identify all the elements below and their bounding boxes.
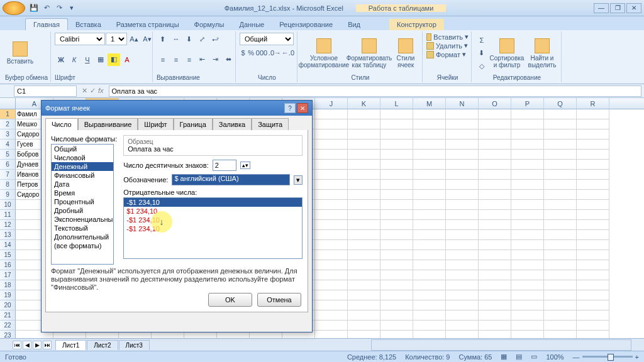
cell[interactable]	[511, 260, 544, 270]
cell[interactable]	[348, 300, 380, 310]
office-button[interactable]	[3, 1, 25, 15]
col-header[interactable]: N	[446, 98, 479, 109]
font-name-select[interactable]: Calibri	[55, 33, 105, 45]
cell[interactable]	[479, 260, 511, 270]
cell[interactable]	[479, 160, 511, 170]
cell[interactable]	[315, 310, 348, 321]
cell[interactable]	[380, 129, 413, 140]
increase-indent-icon[interactable]: ⇥	[209, 53, 222, 66]
cell[interactable]	[413, 200, 446, 210]
cell[interactable]	[577, 170, 609, 180]
cell[interactable]	[348, 240, 380, 250]
cell[interactable]	[380, 190, 413, 200]
dialog-help-button[interactable]: ?	[284, 103, 296, 113]
cell[interactable]	[315, 129, 348, 140]
ok-button[interactable]: OK	[208, 293, 252, 307]
cell[interactable]	[544, 129, 577, 140]
neg-option[interactable]: -$1 234,10	[124, 216, 302, 224]
cell[interactable]	[348, 220, 380, 230]
cell[interactable]	[413, 280, 446, 290]
percent-icon[interactable]: %	[247, 47, 255, 59]
zoom-slider[interactable]	[582, 356, 633, 358]
cell[interactable]	[511, 150, 544, 160]
cell[interactable]	[479, 150, 511, 160]
grow-font-icon[interactable]: A▴	[128, 33, 140, 45]
cell[interactable]	[380, 200, 413, 210]
cell[interactable]	[446, 300, 479, 310]
dlg-tab-fill[interactable]: Заливка	[213, 118, 252, 130]
cell[interactable]	[348, 310, 380, 321]
cell[interactable]	[380, 109, 413, 119]
row-header[interactable]: 11	[0, 210, 16, 220]
cell[interactable]	[348, 321, 380, 331]
category-list[interactable]: ОбщийЧисловойДенежныйФинансовыйДатаВремя…	[51, 144, 114, 265]
cell[interactable]	[380, 321, 413, 331]
cell[interactable]	[479, 170, 511, 180]
cell[interactable]	[511, 290, 544, 300]
decimals-input[interactable]	[213, 160, 236, 171]
format-as-table-button[interactable]: Форматировать как таблицу	[348, 37, 391, 70]
cell[interactable]	[315, 190, 348, 200]
align-middle-icon[interactable]: ↔	[170, 33, 182, 45]
cell[interactable]	[315, 220, 348, 230]
cell[interactable]	[413, 150, 446, 160]
row-header[interactable]: 21	[0, 310, 16, 321]
cell[interactable]	[446, 129, 479, 140]
cell[interactable]	[413, 240, 446, 250]
cell[interactable]	[479, 180, 511, 190]
cell[interactable]	[511, 109, 544, 119]
dialog-close-button[interactable]: ✕	[297, 103, 308, 113]
tab-insert[interactable]: Вставка	[68, 19, 109, 30]
cancel-button[interactable]: Отмена	[257, 293, 301, 307]
comma-icon[interactable]: 000	[255, 47, 268, 59]
category-item[interactable]: Текстовый	[52, 224, 113, 233]
cell[interactable]	[479, 119, 511, 129]
cell[interactable]	[577, 119, 609, 129]
cell[interactable]	[446, 109, 479, 119]
fill-color-button[interactable]: ◧	[108, 53, 120, 66]
cell[interactable]	[413, 109, 446, 119]
tab-page-layout[interactable]: Разметка страницы	[109, 19, 187, 30]
cell[interactable]	[315, 180, 348, 190]
col-header[interactable]: K	[348, 98, 380, 109]
cell[interactable]	[544, 230, 577, 240]
cell[interactable]	[511, 160, 544, 170]
cell[interactable]	[315, 210, 348, 220]
select-all-corner[interactable]	[0, 98, 16, 109]
cell[interactable]	[380, 260, 413, 270]
row-header[interactable]: 1	[0, 109, 16, 119]
cell[interactable]	[380, 119, 413, 129]
cell[interactable]	[348, 109, 380, 119]
cell[interactable]	[577, 321, 609, 331]
cell[interactable]	[380, 290, 413, 300]
horizontal-scrollbar[interactable]	[371, 339, 631, 351]
cell[interactable]	[577, 220, 609, 230]
cell[interactable]	[479, 321, 511, 331]
cancel-edit-icon[interactable]: ✕	[82, 87, 87, 95]
qat-more-icon[interactable]: ▾	[67, 3, 77, 13]
neg-option[interactable]: -$1 234,10	[124, 224, 302, 233]
cell[interactable]	[511, 280, 544, 290]
row-header[interactable]: 5	[0, 150, 16, 160]
cell[interactable]	[380, 300, 413, 310]
cell[interactable]	[348, 180, 380, 190]
cell[interactable]	[544, 270, 577, 280]
cell[interactable]	[315, 170, 348, 180]
row-header[interactable]: 17	[0, 270, 16, 280]
cell[interactable]	[446, 140, 479, 150]
view-normal-icon[interactable]: ▦	[501, 353, 507, 361]
cell[interactable]	[544, 200, 577, 210]
cell[interactable]	[380, 280, 413, 290]
italic-button[interactable]: К	[68, 53, 80, 66]
row-header[interactable]: 18	[0, 280, 16, 290]
dlg-tab-protection[interactable]: Защита	[252, 118, 289, 130]
negative-numbers-list[interactable]: -$1 234,10 $1 234,10 -$1 234,10 -$1 234,…	[123, 197, 303, 259]
sheet-nav-next[interactable]: ▶	[33, 341, 42, 349]
conditional-formatting-button[interactable]: Условное форматирование	[301, 37, 347, 70]
cell[interactable]	[380, 180, 413, 190]
cell[interactable]	[577, 270, 609, 280]
cell[interactable]	[544, 240, 577, 250]
category-item[interactable]: Финансовый	[52, 171, 113, 180]
cell[interactable]	[413, 140, 446, 150]
cell-styles-button[interactable]: Стили ячеек	[392, 37, 419, 70]
